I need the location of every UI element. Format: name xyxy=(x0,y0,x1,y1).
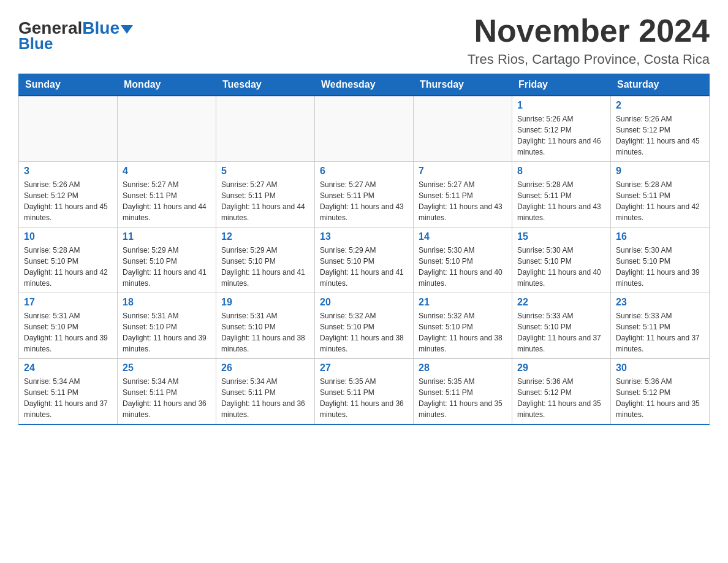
day-number: 26 xyxy=(221,362,309,373)
table-row: 3Sunrise: 5:26 AM Sunset: 5:12 PM Daylig… xyxy=(19,162,118,228)
day-info: Sunrise: 5:28 AM Sunset: 5:11 PM Dayligh… xyxy=(616,179,704,223)
table-row: 25Sunrise: 5:34 AM Sunset: 5:11 PM Dayli… xyxy=(118,359,216,425)
table-row: 9Sunrise: 5:28 AM Sunset: 5:11 PM Daylig… xyxy=(611,162,710,228)
calendar-week-row: 1Sunrise: 5:26 AM Sunset: 5:12 PM Daylig… xyxy=(19,96,710,162)
table-row: 23Sunrise: 5:33 AM Sunset: 5:11 PM Dayli… xyxy=(611,293,710,359)
day-info: Sunrise: 5:28 AM Sunset: 5:11 PM Dayligh… xyxy=(517,179,605,223)
day-number: 24 xyxy=(24,362,112,373)
day-info: Sunrise: 5:30 AM Sunset: 5:10 PM Dayligh… xyxy=(419,245,507,289)
day-number: 29 xyxy=(517,362,605,373)
day-info: Sunrise: 5:31 AM Sunset: 5:10 PM Dayligh… xyxy=(123,310,211,354)
day-info: Sunrise: 5:34 AM Sunset: 5:11 PM Dayligh… xyxy=(123,376,211,420)
table-row xyxy=(315,96,414,162)
table-row: 1Sunrise: 5:26 AM Sunset: 5:12 PM Daylig… xyxy=(512,96,611,162)
table-row: 30Sunrise: 5:36 AM Sunset: 5:12 PM Dayli… xyxy=(611,359,710,425)
day-number: 10 xyxy=(24,231,112,242)
day-number: 18 xyxy=(123,297,211,308)
day-number: 15 xyxy=(517,231,605,242)
table-row: 10Sunrise: 5:28 AM Sunset: 5:10 PM Dayli… xyxy=(19,228,118,293)
day-info: Sunrise: 5:32 AM Sunset: 5:10 PM Dayligh… xyxy=(320,310,408,354)
calendar: Sunday Monday Tuesday Wednesday Thursday… xyxy=(18,74,710,425)
day-number: 5 xyxy=(221,166,309,177)
col-wednesday: Wednesday xyxy=(315,74,414,96)
table-row: 26Sunrise: 5:34 AM Sunset: 5:11 PM Dayli… xyxy=(216,359,315,425)
day-info: Sunrise: 5:33 AM Sunset: 5:10 PM Dayligh… xyxy=(517,310,605,354)
col-sunday: Sunday xyxy=(19,74,118,96)
table-row: 13Sunrise: 5:29 AM Sunset: 5:10 PM Dayli… xyxy=(315,228,414,293)
day-info: Sunrise: 5:26 AM Sunset: 5:12 PM Dayligh… xyxy=(24,179,112,223)
day-number: 19 xyxy=(221,297,309,308)
day-info: Sunrise: 5:34 AM Sunset: 5:11 PM Dayligh… xyxy=(24,376,112,420)
day-number: 8 xyxy=(517,166,605,177)
day-info: Sunrise: 5:31 AM Sunset: 5:10 PM Dayligh… xyxy=(24,310,112,354)
table-row: 12Sunrise: 5:29 AM Sunset: 5:10 PM Dayli… xyxy=(216,228,315,293)
title-area: November 2024 Tres Rios, Cartago Provinc… xyxy=(468,12,710,67)
day-info: Sunrise: 5:27 AM Sunset: 5:11 PM Dayligh… xyxy=(419,179,507,223)
day-number: 12 xyxy=(221,231,309,242)
day-number: 23 xyxy=(616,297,704,308)
table-row: 27Sunrise: 5:35 AM Sunset: 5:11 PM Dayli… xyxy=(315,359,414,425)
day-number: 1 xyxy=(517,100,605,111)
day-number: 11 xyxy=(123,231,211,242)
col-monday: Monday xyxy=(118,74,216,96)
table-row: 4Sunrise: 5:27 AM Sunset: 5:11 PM Daylig… xyxy=(118,162,216,228)
col-tuesday: Tuesday xyxy=(216,74,315,96)
table-row: 24Sunrise: 5:34 AM Sunset: 5:11 PM Dayli… xyxy=(19,359,118,425)
col-friday: Friday xyxy=(512,74,611,96)
calendar-week-row: 24Sunrise: 5:34 AM Sunset: 5:11 PM Dayli… xyxy=(19,359,710,425)
table-row: 14Sunrise: 5:30 AM Sunset: 5:10 PM Dayli… xyxy=(414,228,512,293)
day-number: 2 xyxy=(616,100,704,111)
day-number: 3 xyxy=(24,166,112,177)
day-number: 22 xyxy=(517,297,605,308)
logo: GeneralBlue Blue xyxy=(18,12,133,53)
day-info: Sunrise: 5:35 AM Sunset: 5:11 PM Dayligh… xyxy=(320,376,408,420)
col-saturday: Saturday xyxy=(611,74,710,96)
day-info: Sunrise: 5:28 AM Sunset: 5:10 PM Dayligh… xyxy=(24,245,112,289)
day-number: 25 xyxy=(123,362,211,373)
day-info: Sunrise: 5:29 AM Sunset: 5:10 PM Dayligh… xyxy=(221,245,309,289)
calendar-week-row: 10Sunrise: 5:28 AM Sunset: 5:10 PM Dayli… xyxy=(19,228,710,293)
day-number: 4 xyxy=(123,166,211,177)
table-row: 8Sunrise: 5:28 AM Sunset: 5:11 PM Daylig… xyxy=(512,162,611,228)
day-number: 13 xyxy=(320,231,408,242)
table-row: 18Sunrise: 5:31 AM Sunset: 5:10 PM Dayli… xyxy=(118,293,216,359)
logo-arrow-icon xyxy=(121,25,133,34)
day-info: Sunrise: 5:26 AM Sunset: 5:12 PM Dayligh… xyxy=(517,113,605,158)
calendar-week-row: 3Sunrise: 5:26 AM Sunset: 5:12 PM Daylig… xyxy=(19,162,710,228)
calendar-week-row: 17Sunrise: 5:31 AM Sunset: 5:10 PM Dayli… xyxy=(19,293,710,359)
table-row xyxy=(118,96,216,162)
table-row: 20Sunrise: 5:32 AM Sunset: 5:10 PM Dayli… xyxy=(315,293,414,359)
table-row: 5Sunrise: 5:27 AM Sunset: 5:11 PM Daylig… xyxy=(216,162,315,228)
logo-blue-line: Blue xyxy=(18,34,53,53)
day-number: 20 xyxy=(320,297,408,308)
header: GeneralBlue Blue November 2024 Tres Rios… xyxy=(18,12,710,67)
day-info: Sunrise: 5:30 AM Sunset: 5:10 PM Dayligh… xyxy=(517,245,605,289)
day-info: Sunrise: 5:36 AM Sunset: 5:12 PM Dayligh… xyxy=(616,376,704,420)
table-row: 28Sunrise: 5:35 AM Sunset: 5:11 PM Dayli… xyxy=(414,359,512,425)
table-row: 16Sunrise: 5:30 AM Sunset: 5:10 PM Dayli… xyxy=(611,228,710,293)
day-info: Sunrise: 5:27 AM Sunset: 5:11 PM Dayligh… xyxy=(123,179,211,223)
day-number: 9 xyxy=(616,166,704,177)
table-row: 6Sunrise: 5:27 AM Sunset: 5:11 PM Daylig… xyxy=(315,162,414,228)
day-number: 28 xyxy=(419,362,507,373)
table-row: 11Sunrise: 5:29 AM Sunset: 5:10 PM Dayli… xyxy=(118,228,216,293)
day-info: Sunrise: 5:30 AM Sunset: 5:10 PM Dayligh… xyxy=(616,245,704,289)
table-row: 17Sunrise: 5:31 AM Sunset: 5:10 PM Dayli… xyxy=(19,293,118,359)
day-info: Sunrise: 5:27 AM Sunset: 5:11 PM Dayligh… xyxy=(221,179,309,223)
table-row xyxy=(414,96,512,162)
day-number: 6 xyxy=(320,166,408,177)
day-info: Sunrise: 5:33 AM Sunset: 5:11 PM Dayligh… xyxy=(616,310,704,354)
col-thursday: Thursday xyxy=(414,74,512,96)
table-row xyxy=(19,96,118,162)
day-number: 7 xyxy=(419,166,507,177)
table-row: 29Sunrise: 5:36 AM Sunset: 5:12 PM Dayli… xyxy=(512,359,611,425)
day-number: 16 xyxy=(616,231,704,242)
day-info: Sunrise: 5:35 AM Sunset: 5:11 PM Dayligh… xyxy=(419,376,507,420)
day-info: Sunrise: 5:27 AM Sunset: 5:11 PM Dayligh… xyxy=(320,179,408,223)
logo-blue-text: Blue xyxy=(82,18,119,38)
day-info: Sunrise: 5:36 AM Sunset: 5:12 PM Dayligh… xyxy=(517,376,605,420)
day-number: 17 xyxy=(24,297,112,308)
month-title: November 2024 xyxy=(468,12,710,49)
calendar-header-row: Sunday Monday Tuesday Wednesday Thursday… xyxy=(19,74,710,96)
table-row: 2Sunrise: 5:26 AM Sunset: 5:12 PM Daylig… xyxy=(611,96,710,162)
